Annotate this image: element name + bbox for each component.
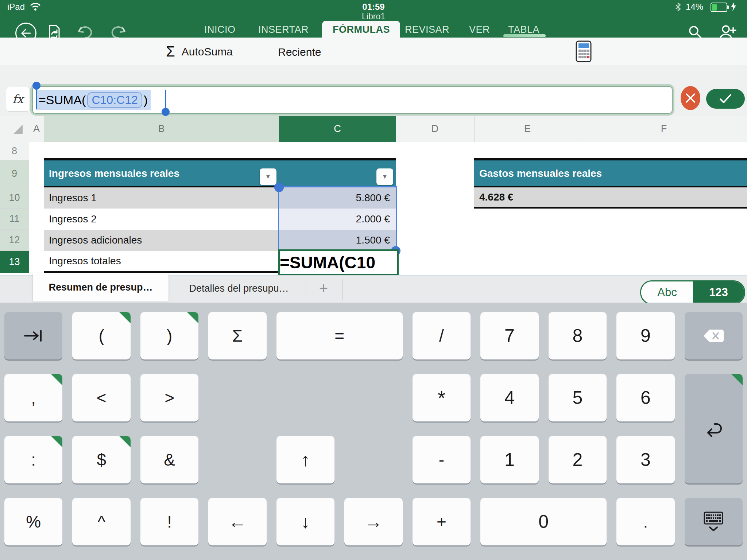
table-row: Ingresos totales	[44, 251, 279, 271]
formula-range-chip[interactable]: C10:C12	[87, 92, 142, 108]
tab-key[interactable]	[4, 312, 62, 359]
select-all-triangle-icon	[13, 125, 23, 134]
cell-e10-gastos-value[interactable]: 4.628 €	[474, 187, 747, 207]
row-header-11[interactable]: 11	[0, 209, 29, 230]
key-4[interactable]: 4	[480, 374, 538, 421]
numeric-keyboard: ( ) Σ = / 7 8 9 , < > * 4 5 6 : $ & ↑ - …	[0, 303, 747, 560]
formula-prefix: =SUMA(	[39, 93, 86, 107]
row-header-10[interactable]: 10	[0, 187, 29, 209]
key-8[interactable]: 8	[549, 312, 607, 359]
document-title: Libro1	[0, 12, 747, 22]
column-header-f[interactable]: F	[581, 116, 747, 142]
sheet-tab-detalles[interactable]: Detalles del presupu…	[175, 276, 303, 301]
cancel-formula-button[interactable]	[681, 86, 700, 110]
confirm-formula-button[interactable]	[706, 89, 745, 109]
tab-ver[interactable]: VER	[469, 24, 490, 35]
key-arrow-left[interactable]: ←	[208, 498, 266, 545]
tab-revisar[interactable]: REVISAR	[405, 24, 449, 35]
tab-insertar[interactable]: INSERTAR	[258, 24, 309, 35]
selection-handle-start[interactable]	[32, 82, 40, 90]
key-arrow-down[interactable]: ↓	[276, 498, 334, 545]
formula-bar: fx =SUMA( C10:C12 )	[0, 65, 747, 116]
key-2[interactable]: 2	[549, 436, 607, 483]
return-key[interactable]	[685, 374, 743, 483]
selection-handle-end-bar[interactable]	[165, 90, 166, 109]
key-minus[interactable]: -	[413, 436, 471, 483]
cell-b13[interactable]: Ingresos totales	[44, 251, 279, 271]
key-arrow-up[interactable]: ↑	[276, 436, 334, 483]
add-sheet-button[interactable]: +	[311, 276, 336, 301]
row-header-9[interactable]: 9	[0, 160, 29, 187]
row-header-13[interactable]: 13	[0, 251, 29, 273]
cell-c10[interactable]: 5.800 €	[279, 187, 396, 209]
column-header-b[interactable]: B	[44, 116, 279, 142]
cell-c11[interactable]: 2.000 €	[279, 209, 396, 230]
gastos-table-header[interactable]: Gastos mensuales reales	[474, 160, 747, 187]
ingresos-table-header[interactable]: Ingresos mensuales reales	[44, 160, 396, 187]
key-arrow-right[interactable]: →	[344, 498, 402, 545]
key-greater-than[interactable]: >	[140, 374, 198, 421]
key-exclamation[interactable]: !	[140, 498, 198, 545]
calculator-icon[interactable]	[572, 40, 595, 63]
key-asterisk[interactable]: *	[413, 374, 471, 421]
formula-input[interactable]: =SUMA( C10:C12 )	[32, 86, 673, 114]
backspace-key-icon	[702, 328, 725, 343]
cell-b12[interactable]: Ingresos adicionales	[44, 230, 279, 251]
key-slash[interactable]: /	[413, 312, 471, 359]
tab-formulas[interactable]: FÓRMULAS	[333, 24, 390, 35]
tab-tabla[interactable]: TABLA	[508, 24, 539, 35]
key-less-than[interactable]: <	[72, 374, 130, 421]
cell-b10[interactable]: Ingresos 1	[44, 187, 279, 209]
select-all-corner[interactable]	[0, 116, 29, 142]
key-9[interactable]: 9	[616, 312, 674, 359]
column-header-c[interactable]: C	[279, 116, 396, 142]
selection-top-left-handle[interactable]	[274, 183, 284, 192]
battery-percent: 14%	[686, 2, 703, 12]
key-7[interactable]: 7	[480, 312, 538, 359]
backspace-key[interactable]	[685, 312, 743, 359]
selection-handle-end[interactable]	[162, 108, 170, 116]
column-header-a[interactable]: A	[29, 116, 44, 142]
key-0[interactable]: 0	[480, 498, 607, 545]
key-equals[interactable]: =	[276, 312, 403, 359]
ribbon-divider	[562, 41, 562, 62]
key-1[interactable]: 1	[480, 436, 538, 483]
toggle-123[interactable]: 123	[693, 281, 744, 303]
autosum-button[interactable]: Σ AutoSuma	[166, 43, 233, 60]
key-colon[interactable]: :	[4, 436, 62, 483]
column-header-e[interactable]: E	[474, 116, 581, 142]
row-header-8[interactable]: 8	[0, 142, 29, 160]
key-decimal[interactable]: .	[616, 498, 674, 545]
filter-dropdown-c[interactable]: ▼	[376, 168, 393, 185]
chevron-down-icon: ▼	[265, 173, 271, 180]
key-caret[interactable]: ^	[72, 498, 130, 545]
cell-c12[interactable]: 1.500 €	[279, 230, 396, 251]
column-header-d[interactable]: D	[396, 116, 475, 142]
tab-inicio[interactable]: INICIO	[204, 24, 236, 35]
key-plus[interactable]: +	[413, 498, 471, 545]
row-header-12[interactable]: 12	[0, 230, 29, 251]
cell-b11[interactable]: Ingresos 2	[44, 209, 279, 230]
key-open-paren[interactable]: (	[72, 312, 130, 359]
recent-label[interactable]: Reciente	[278, 46, 321, 58]
dismiss-keyboard-key[interactable]	[685, 498, 743, 545]
tab-key-icon	[23, 328, 44, 344]
filter-dropdown-b[interactable]: ▼	[260, 168, 276, 185]
key-3[interactable]: 3	[616, 436, 674, 483]
toggle-abc[interactable]: Abc	[641, 281, 693, 303]
key-6[interactable]: 6	[616, 374, 674, 421]
key-comma[interactable]: ,	[4, 374, 62, 421]
key-percent[interactable]: %	[4, 498, 62, 545]
key-dollar[interactable]: $	[72, 436, 130, 483]
key-ampersand[interactable]: &	[140, 436, 198, 483]
key-close-paren[interactable]: )	[140, 312, 198, 359]
bluetooth-icon	[675, 2, 681, 12]
tab-divider	[306, 279, 306, 300]
key-sigma[interactable]: Σ	[208, 312, 266, 359]
return-key-icon	[703, 418, 724, 439]
selection-handle-start-bar[interactable]	[36, 89, 37, 109]
key-5[interactable]: 5	[549, 374, 607, 421]
active-cell-c13[interactable]: =SUMA(C10	[278, 249, 399, 276]
fx-button[interactable]: fx	[6, 87, 30, 112]
sheet-tab-resumen[interactable]: Resumen de presup…	[33, 273, 169, 302]
